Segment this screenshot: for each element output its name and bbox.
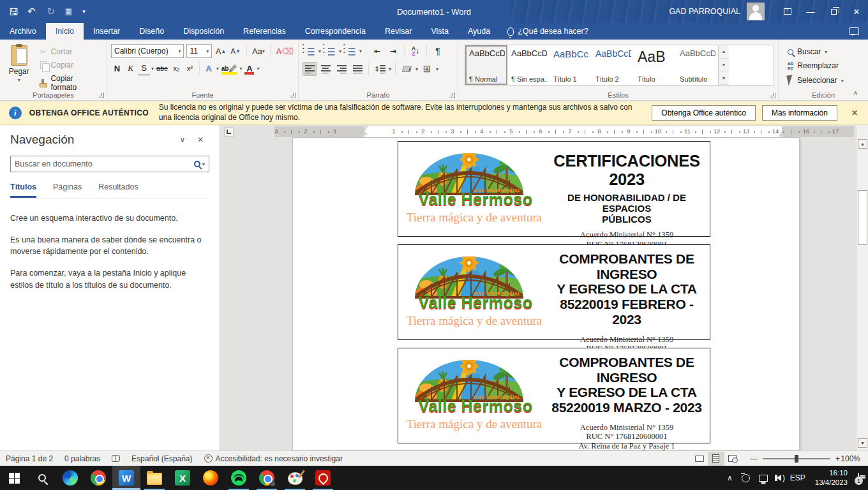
nav-tab-resultados[interactable]: Resultados	[98, 182, 138, 198]
select-button[interactable]: Seleccionar▾	[785, 74, 865, 87]
highlight-dropdown[interactable]: ▾	[239, 66, 242, 71]
zoom-percent[interactable]: 100%	[840, 454, 868, 463]
clear-formatting-button[interactable]: A⌫	[275, 44, 294, 58]
bullets-dropdown[interactable]: ▾	[318, 48, 321, 54]
underline-dropdown[interactable]: ▾	[151, 66, 154, 71]
line-spacing-dropdown[interactable]: ▾	[389, 66, 391, 72]
collapse-ribbon-icon[interactable]: ∧	[853, 89, 858, 96]
indent-markers[interactable]	[361, 126, 368, 135]
superscript-button[interactable]: x²	[184, 61, 196, 75]
tab-insertar[interactable]: Insertar	[84, 23, 130, 40]
style-normal[interactable]: AaBbCcDc ¶ Normal	[465, 45, 507, 85]
print-layout-button[interactable]	[708, 452, 724, 466]
shrink-font-button[interactable]: A▼	[230, 44, 242, 58]
taskbar-firefox[interactable]	[197, 466, 225, 490]
shading-button[interactable]	[400, 62, 414, 76]
more-info-button[interactable]: Más información	[762, 105, 837, 121]
taskbar-chrome-profile[interactable]	[253, 466, 281, 490]
language-indicator[interactable]: ESP	[786, 473, 810, 482]
show-marks-button[interactable]: ¶	[431, 44, 445, 58]
action-center-button[interactable]: 1	[853, 473, 868, 482]
volume-icon[interactable]	[772, 475, 786, 481]
taskbar-word[interactable]: W	[112, 466, 140, 490]
shading-dropdown[interactable]: ▾	[415, 66, 418, 72]
find-button[interactable]: Buscar▾	[785, 46, 865, 57]
tab-archivo[interactable]: Archivo	[0, 23, 46, 40]
right-indent-marker[interactable]	[779, 132, 785, 137]
tab-diseno[interactable]: Diseño	[130, 23, 174, 40]
text-effects-dropdown[interactable]: ▾	[216, 66, 219, 71]
styles-dialog-launcher[interactable]	[770, 93, 775, 98]
account-name[interactable]: GAD PARROQUIAL	[669, 7, 740, 16]
increase-indent-button[interactable]: ⇥	[386, 44, 400, 58]
feedback-button[interactable]	[849, 23, 859, 40]
start-button[interactable]	[0, 466, 28, 490]
warning-close-icon[interactable]: ✕	[851, 108, 858, 117]
paste-button[interactable]: Pegar ▾	[3, 42, 36, 89]
change-case-button[interactable]: Aa▾	[251, 44, 266, 58]
paragraph-dialog-launcher[interactable]	[449, 93, 455, 98]
styles-scroll-down[interactable]: ▼	[719, 59, 729, 72]
save-icon[interactable]: 🖫	[9, 6, 19, 17]
align-right-button[interactable]	[334, 62, 348, 76]
cut-button[interactable]: Cortar	[36, 46, 104, 57]
taskbar-spotify[interactable]	[225, 466, 253, 490]
nav-close-icon[interactable]: ✕	[191, 135, 209, 144]
language-indicator[interactable]: Español (España)	[126, 454, 198, 463]
zoom-out-button[interactable]: —	[750, 454, 758, 463]
underline-button[interactable]: S	[138, 61, 150, 75]
tray-expand-icon[interactable]: ∧	[722, 473, 737, 482]
numbering-dropdown[interactable]: ▾	[339, 48, 341, 54]
search-icon[interactable]	[194, 161, 200, 167]
grow-font-button[interactable]: A▲	[214, 44, 227, 58]
style-sin-espaciado[interactable]: AaBbCcDc ¶ Sin espa...	[507, 45, 550, 85]
align-center-button[interactable]	[318, 62, 333, 76]
clipboard-dialog-launcher[interactable]	[98, 93, 104, 98]
customize-qat-icon[interactable]: ▾	[82, 8, 86, 15]
taskbar-excel[interactable]: X	[168, 466, 197, 490]
style-titulo[interactable]: AaB Título	[634, 45, 676, 85]
borders-button[interactable]: ⊞	[420, 62, 434, 76]
tell-me-box[interactable]: ¿Qué desea hacer?	[500, 23, 596, 40]
font-color-dropdown[interactable]: ▾	[257, 66, 259, 71]
text-effects-button[interactable]: A	[203, 61, 215, 75]
zoom-slider-thumb[interactable]	[795, 455, 798, 463]
network-icon[interactable]	[754, 475, 772, 482]
nav-tab-paginas[interactable]: Páginas	[53, 182, 82, 198]
taskbar-search-button[interactable]	[28, 466, 56, 490]
style-subtitulo[interactable]: AaBbCcDc Subtítulo	[676, 45, 718, 85]
taskbar-explorer[interactable]	[140, 466, 168, 490]
proofing-status[interactable]	[106, 455, 126, 462]
tab-revisar[interactable]: Revisar	[375, 23, 421, 40]
bold-button[interactable]: N	[111, 61, 123, 75]
scroll-thumb[interactable]	[858, 190, 867, 245]
sort-button[interactable]: AZ↓	[408, 44, 423, 58]
highlight-button[interactable]: ab🖉	[220, 61, 239, 75]
tab-ayuda[interactable]: Ayuda	[458, 23, 500, 40]
format-painter-button[interactable]: Copiar formato	[36, 73, 104, 93]
zoom-slider[interactable]	[763, 458, 830, 459]
replace-button[interactable]: abacReemplazar	[785, 60, 865, 71]
web-layout-button[interactable]	[724, 452, 741, 466]
font-dialog-launcher[interactable]	[290, 93, 296, 98]
vertical-scrollbar[interactable]: ▲ ▼	[856, 125, 868, 450]
word-count[interactable]: 0 palabras	[59, 454, 106, 463]
document-page[interactable]: Valle Hermoso GAD PARROQUIAL Tierra mági…	[292, 137, 800, 450]
font-size-combo[interactable]: 11▾	[186, 44, 212, 58]
restore-button[interactable]	[822, 0, 845, 23]
style-titulo2[interactable]: AaBbCcD Título 2	[592, 45, 634, 85]
tab-inicio[interactable]: Inicio	[46, 23, 84, 40]
tab-vista[interactable]: Vista	[421, 23, 458, 40]
taskbar-acrobat[interactable]	[309, 466, 337, 490]
accessibility-status[interactable]: Accesibilidad: es necesario investigar	[198, 454, 348, 463]
nav-collapse-icon[interactable]: ∨	[174, 135, 191, 144]
meet-now-icon[interactable]	[737, 474, 754, 482]
styles-more-button[interactable]: ▼	[719, 71, 729, 85]
read-mode-button[interactable]	[691, 452, 708, 466]
tab-stop-selector[interactable]	[224, 127, 234, 137]
tab-correspondencia[interactable]: Correspondencia	[296, 23, 375, 40]
tab-referencias[interactable]: Referencias	[234, 23, 296, 40]
minimize-button[interactable]: —	[799, 0, 822, 23]
zoom-in-button[interactable]: +	[835, 454, 840, 463]
multilevel-list-button[interactable]	[343, 44, 357, 58]
